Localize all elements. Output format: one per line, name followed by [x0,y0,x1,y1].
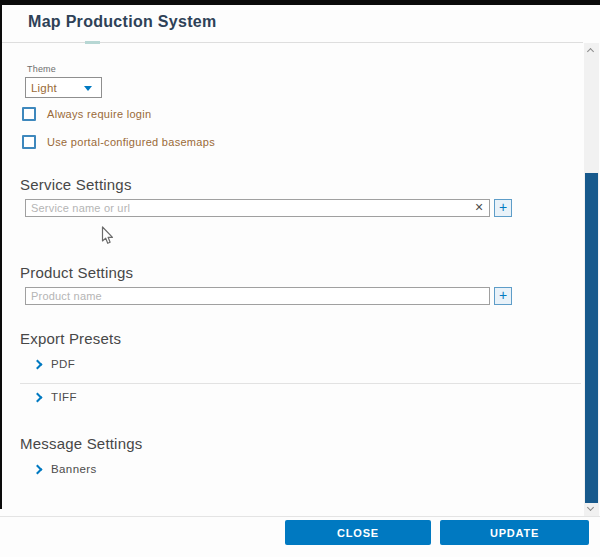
chevron-down-icon [84,86,92,91]
chevron-right-icon [33,465,43,475]
vertical-scrollbar[interactable] [584,43,599,516]
close-button[interactable]: CLOSE [285,520,431,545]
footer-divider [0,516,600,517]
message-banners-label: Banners [51,463,97,475]
export-presets-heading: Export Presets [20,330,121,347]
clear-icon[interactable]: × [471,199,487,217]
always-require-login-label: Always require login [47,108,151,120]
chevron-right-icon [33,393,43,403]
scroll-down-arrow-icon[interactable] [584,502,599,516]
scrollbar-thumb[interactable] [585,173,598,503]
message-settings-heading: Message Settings [20,435,142,452]
preset-divider [20,383,581,384]
theme-select[interactable]: Light [25,77,102,98]
product-settings-heading: Product Settings [20,264,133,281]
window-frame-top [0,0,600,5]
service-name-input[interactable] [25,199,490,217]
scroll-up-arrow-icon[interactable] [584,43,599,57]
theme-selected-value: Light [31,82,57,94]
update-button[interactable]: UPDATE [440,520,589,545]
mouse-cursor-icon [101,226,115,250]
service-settings-heading: Service Settings [20,176,132,193]
add-service-button[interactable]: + [494,199,512,217]
export-preset-tiff-label: TIFF [51,391,77,403]
always-require-login-checkbox[interactable] [22,107,36,121]
product-name-input[interactable] [25,287,490,305]
add-product-button[interactable]: + [494,287,512,305]
theme-label: Theme [27,64,56,74]
chevron-right-icon [33,360,43,370]
portal-basemaps-label: Use portal-configured basemaps [47,136,215,148]
window-frame-left [0,0,2,509]
scrolled-content-remnant [85,41,100,44]
map-production-system-dialog: Map Production System Theme Light Always… [0,0,600,557]
portal-basemaps-checkbox[interactable] [22,135,36,149]
export-preset-pdf-label: PDF [51,358,75,370]
chevron-up-icon [587,48,594,55]
dialog-title: Map Production System [28,13,217,31]
chevron-down-icon [587,504,594,511]
